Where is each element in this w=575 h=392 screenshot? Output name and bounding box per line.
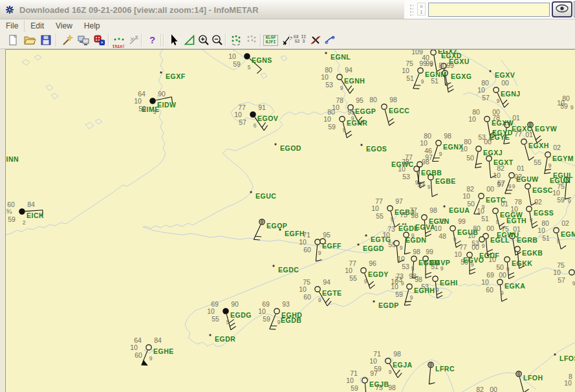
station-cloud-code: 9 [548,162,552,169]
station-plot-EGGD[interactable] [358,244,360,246]
station-plot-EGDC[interactable] [273,265,275,267]
stray-number: 10 [454,250,462,258]
station-pressure: 91 [258,103,266,111]
station-dewpoint: 59 [395,290,403,298]
network-icon [77,34,90,47]
station-plot-EGUA[interactable] [444,206,446,208]
zoom-out-button[interactable] [210,33,224,48]
station-dewpoint: 60 [303,293,311,301]
sky-cover-symbol [433,276,438,281]
select-cursor-button[interactable] [166,33,180,48]
station-label: EGSC [532,186,553,194]
station-label: EGDY [368,270,389,278]
stray-number: 9 [570,104,574,111]
stray-number: 00 [499,271,506,279]
station-plot-EGOD[interactable] [275,144,277,146]
station-label: EGUC [255,192,276,200]
menu-file[interactable]: File [0,20,25,32]
sky-cover-symbol [494,87,499,93]
menu-edit[interactable]: Edit [25,20,50,32]
station-visibility: 2¾ [5,208,12,215]
stray-number: 10 [391,278,398,285]
sky-cover-symbol [521,139,526,144]
station-plot-EGOP[interactable] [254,219,265,240]
station-pressure: 94 [345,66,353,74]
station-visibility: 10 [299,285,307,293]
new-button[interactable] [5,33,20,48]
stray-number: 55 [388,241,396,248]
sky-cover-symbol [407,284,412,289]
stray-number: 5 [411,265,415,272]
station-id-icon[interactable]: o1 [417,3,426,16]
station-plot[interactable] [479,237,484,242]
station-label: EGTH [506,217,526,224]
stray-number: 02 [514,173,522,180]
stray-number: 9 [508,183,512,190]
stray-number: 53 [478,133,486,141]
station-pressure: 93 [282,300,290,308]
hide-stations-button[interactable] [244,33,259,48]
sky-cover-symbol [450,226,455,231]
menu-help[interactable]: Help [78,20,106,32]
measure-button[interactable] [182,33,197,48]
station-plot-EGNL[interactable] [325,52,327,54]
station-plot-EGXV[interactable] [490,71,492,72]
zoom-in-button[interactable] [196,33,211,48]
station-label: EGBB [421,169,442,177]
map-canvas[interactable]: EINN60842¾592EICKEIME649010595EIDWEGXF10… [5,49,575,392]
station-plot-EGDR[interactable] [210,334,212,336]
station-plot-EGOS[interactable] [361,144,363,146]
station-plot-LFRC[interactable] [428,362,435,384]
station-plot-EGTG[interactable] [365,235,367,237]
wind-plot-button[interactable] [322,33,337,48]
zoom-out-icon [211,34,224,47]
station-cloud-code: 5 [248,64,251,71]
station-model-button[interactable]: 68 II52 3 [292,33,307,48]
dice-button[interactable] [91,33,106,48]
toolbar-grip[interactable] [409,4,413,16]
stray-number: 01 [525,131,533,138]
dice-icon [92,34,105,47]
station-plot-EGXF[interactable] [160,72,162,74]
delete-button[interactable] [308,33,323,48]
station-search-input[interactable] [428,3,550,17]
sky-cover-symbol [385,358,391,364]
sky-cover-symbol [497,279,503,285]
show-stations-button[interactable] [228,33,243,48]
station-dot [444,206,446,208]
station-plot-EGDP[interactable] [373,301,375,303]
save-button[interactable] [38,33,53,48]
station-label: EGXH [528,142,549,149]
unthin-icon [128,34,141,47]
station-visibility: 10 [371,204,379,212]
stray-number: 59 [560,102,568,110]
station-temp: 80 [369,96,377,103]
thin-button[interactable]: thin! [111,33,126,48]
station-label: EGNJ [501,90,521,98]
station-plot-EGUC[interactable] [250,191,252,193]
stray-number: 109 [411,49,423,56]
network-button[interactable] [76,33,91,48]
wand-button[interactable] [60,33,74,48]
station-cloud-code: 9 [512,183,515,190]
station-label: EGKA [504,282,525,290]
unthin-button[interactable] [127,33,142,48]
station-ids-button[interactable]: KLGFKJFI [263,33,278,48]
sky-cover-symbol [504,257,510,262]
station-visibility: 10 [345,267,353,274]
sky-cover-symbol [476,146,481,151]
help-button[interactable]: ? [145,33,160,48]
station-dewpoint: 60 [486,286,494,294]
station-label: EGHE [153,347,174,355]
station-plot-LFOS[interactable] [554,354,556,356]
station-plot-EGXJ[interactable] [475,146,482,168]
stray-number: 9 [411,232,415,239]
stray-number: 98 [411,212,418,219]
stray-number: 9 [430,61,433,68]
title-bar: Downloaded 16Z 09-21-2006 [view:all zoom… [0,0,404,19]
station-plot[interactable] [569,270,574,275]
sky-cover-symbol [525,184,530,189]
view-station-button[interactable] [552,1,572,17]
menu-view[interactable]: View [50,20,78,32]
open-button[interactable] [22,33,37,48]
